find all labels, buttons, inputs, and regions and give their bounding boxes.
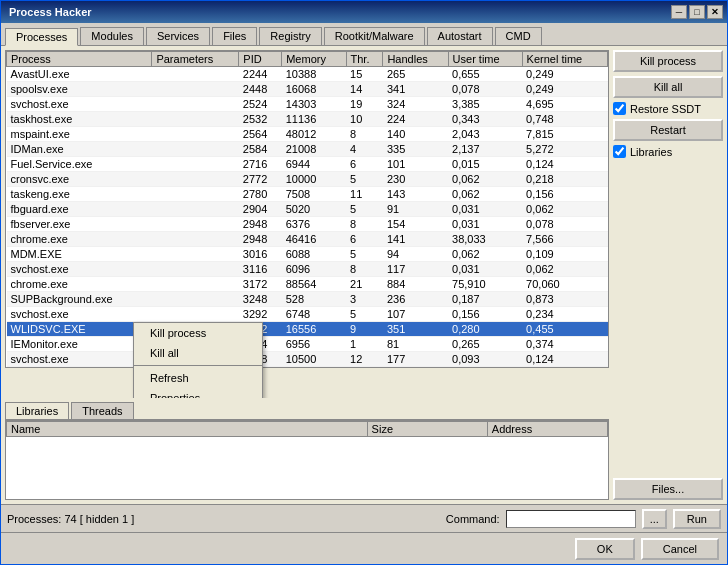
window-title: Process Hacker [9, 6, 92, 18]
libraries-row: Libraries [613, 145, 723, 158]
cell-pid: 2524 [239, 97, 282, 112]
cell-process: Fuel.Service.exe [7, 157, 152, 172]
cell-memory: 46416 [282, 232, 346, 247]
kill-all-button[interactable]: Kill all [613, 76, 723, 98]
col-thr[interactable]: Thr. [346, 52, 383, 67]
table-row[interactable]: svchost.exe 3292 6748 5 107 0,156 0,234 [7, 307, 608, 322]
tab-files[interactable]: Files [212, 27, 257, 45]
table-row[interactable]: chrome.exe 2948 46416 6 141 38,033 7,566 [7, 232, 608, 247]
cell-memory: 7508 [282, 187, 346, 202]
title-bar: Process Hacker ─ □ ✕ [1, 1, 727, 23]
cell-memory: 16068 [282, 82, 346, 97]
col-pid[interactable]: PID [239, 52, 282, 67]
cell-kerneltime: 70,060 [522, 277, 607, 292]
cell-memory: 10388 [282, 67, 346, 82]
cell-memory: 6096 [282, 262, 346, 277]
ctx-properties[interactable]: Properties [134, 388, 262, 398]
sub-tab-libraries[interactable]: Libraries [5, 402, 69, 419]
tab-services[interactable]: Services [146, 27, 210, 45]
col-kerneltime[interactable]: Kernel time [522, 52, 607, 67]
cell-handles: 884 [383, 277, 448, 292]
cell-memory: 6748 [282, 307, 346, 322]
cell-kerneltime: 0,249 [522, 82, 607, 97]
tab-rootkit[interactable]: Rootkit/Malware [324, 27, 425, 45]
tab-autostart[interactable]: Autostart [427, 27, 493, 45]
tab-modules[interactable]: Modules [80, 27, 144, 45]
close-button[interactable]: ✕ [707, 5, 723, 19]
ctx-kill-all[interactable]: Kill all [134, 343, 262, 363]
cell-memory: 11136 [282, 112, 346, 127]
table-row[interactable]: IDMan.exe 2584 21008 4 335 2,137 5,272 [7, 142, 608, 157]
ctx-refresh[interactable]: Refresh [134, 368, 262, 388]
tab-cmd[interactable]: CMD [495, 27, 542, 45]
cell-params [152, 217, 239, 232]
table-row[interactable]: taskeng.exe 2780 7508 11 143 0,062 0,156 [7, 187, 608, 202]
minimize-button[interactable]: ─ [671, 5, 687, 19]
cell-pid: 2244 [239, 67, 282, 82]
cell-usertime: 38,033 [448, 232, 522, 247]
cell-memory: 16556 [282, 322, 346, 337]
table-row[interactable]: fbserver.exe 2948 6376 8 154 0,031 0,078 [7, 217, 608, 232]
ctx-kill-process[interactable]: Kill process [134, 323, 262, 343]
bottom-col-name[interactable]: Name [7, 422, 368, 437]
table-row[interactable]: SUPBackground.exe 3248 528 3 236 0,187 0… [7, 292, 608, 307]
col-memory[interactable]: Memory [282, 52, 346, 67]
cell-handles: 117 [383, 262, 448, 277]
table-row[interactable]: svchost.exe 2524 14303 19 324 3,385 4,69… [7, 97, 608, 112]
cell-process: chrome.exe [7, 277, 152, 292]
cell-kerneltime: 0,062 [522, 262, 607, 277]
maximize-button[interactable]: □ [689, 5, 705, 19]
table-row[interactable]: IEMonitor.exe 3464 6956 1 81 0,265 0,374 [7, 337, 608, 352]
process-table-outer: Process Parameters PID Memory Thr. Handl… [5, 50, 609, 398]
left-panel: Process Parameters PID Memory Thr. Handl… [5, 50, 609, 500]
browse-button[interactable]: ... [642, 509, 667, 529]
table-row[interactable]: Fuel.Service.exe 2716 6944 6 101 0,015 0… [7, 157, 608, 172]
libraries-checkbox[interactable] [613, 145, 626, 158]
kill-process-button[interactable]: Kill process [613, 50, 723, 72]
cell-thr: 10 [346, 112, 383, 127]
col-parameters[interactable]: Parameters [152, 52, 239, 67]
table-row[interactable]: MDM.EXE 3016 6088 5 94 0,062 0,109 [7, 247, 608, 262]
cell-params [152, 277, 239, 292]
restore-ssdt-checkbox[interactable] [613, 102, 626, 115]
cell-pid: 3248 [239, 292, 282, 307]
cell-thr: 19 [346, 97, 383, 112]
table-row[interactable]: svchost.exe 3116 6096 8 117 0,031 0,062 [7, 262, 608, 277]
cell-usertime: 75,910 [448, 277, 522, 292]
table-row[interactable]: taskhost.exe 2532 11136 10 224 0,343 0,7… [7, 112, 608, 127]
cell-usertime: 0,655 [448, 67, 522, 82]
cell-pid: 3172 [239, 277, 282, 292]
table-row[interactable]: AvastUI.exe 2244 10388 15 265 0,655 0,24… [7, 67, 608, 82]
cell-handles: 101 [383, 157, 448, 172]
table-row[interactable]: spoolsv.exe 2448 16068 14 341 0,078 0,24… [7, 82, 608, 97]
cell-kerneltime: 7,815 [522, 127, 607, 142]
table-row[interactable]: chrome.exe 3172 88564 21 884 75,910 70,0… [7, 277, 608, 292]
cmd-input[interactable] [506, 510, 636, 528]
table-row[interactable]: fbguard.exe 2904 5020 5 91 0,031 0,062 [7, 202, 608, 217]
tab-processes[interactable]: Processes [5, 28, 78, 46]
col-usertime[interactable]: User time [448, 52, 522, 67]
table-row[interactable]: cronsvc.exe 2772 10000 5 230 0,062 0,218 [7, 172, 608, 187]
files-button[interactable]: Files... [613, 478, 723, 500]
cell-usertime: 0,078 [448, 82, 522, 97]
bottom-bar: OK Cancel [1, 532, 727, 564]
sub-tabs: Libraries Threads [5, 402, 609, 420]
process-scroll[interactable]: Process Parameters PID Memory Thr. Handl… [6, 51, 608, 367]
table-row[interactable]: svchost.exe 3488 10500 12 177 0,093 0,12… [7, 352, 608, 367]
bottom-col-address[interactable]: Address [487, 422, 607, 437]
cell-thr: 5 [346, 172, 383, 187]
bottom-col-size[interactable]: Size [367, 422, 487, 437]
table-row[interactable]: mspaint.exe 2564 48012 8 140 2,043 7,815 [7, 127, 608, 142]
table-row[interactable]: WLIDSVC.EXE 3372 16556 9 351 0,280 0,455 [7, 322, 608, 337]
cell-pid: 2532 [239, 112, 282, 127]
cell-usertime: 2,043 [448, 127, 522, 142]
ok-button[interactable]: OK [575, 538, 635, 560]
tab-registry[interactable]: Registry [259, 27, 321, 45]
sub-tab-threads[interactable]: Threads [71, 402, 133, 419]
col-process[interactable]: Process [7, 52, 152, 67]
cancel-button[interactable]: Cancel [641, 538, 719, 560]
restart-button[interactable]: Restart [613, 119, 723, 141]
cell-kerneltime: 0,873 [522, 292, 607, 307]
run-button[interactable]: Run [673, 509, 721, 529]
col-handles[interactable]: Handles [383, 52, 448, 67]
